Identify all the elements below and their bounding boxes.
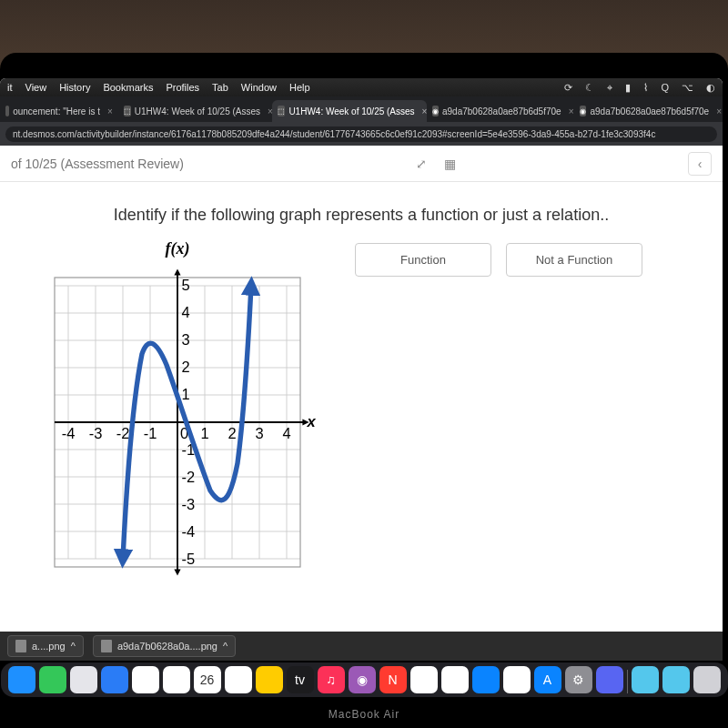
- close-icon[interactable]: ×: [107, 106, 113, 116]
- dock-app-folder1[interactable]: [632, 666, 659, 693]
- favicon-icon: [5, 106, 9, 116]
- graph-svg: -4-3-2-1 0 1234 54321 -1-2-3-4-5 x: [27, 258, 328, 586]
- file-icon: [15, 640, 26, 652]
- dock-app-chrome[interactable]: [503, 666, 531, 693]
- answer-not-function-button[interactable]: Not a Function: [506, 243, 642, 277]
- svg-text:5: 5: [182, 277, 190, 293]
- dock-app-keynote[interactable]: [472, 666, 500, 693]
- close-icon[interactable]: ×: [268, 106, 272, 116]
- dock-app-finder[interactable]: [8, 666, 35, 693]
- wifi-icon[interactable]: ⌇: [643, 82, 648, 94]
- answer-group: Function Not a Function: [355, 243, 642, 277]
- mac-menubar: it View History Bookmarks Profiles Tab W…: [0, 78, 723, 96]
- dock-app-photos[interactable]: [163, 666, 190, 693]
- control-center-icon[interactable]: ⌥: [682, 82, 693, 94]
- svg-text:-3: -3: [89, 425, 103, 441]
- dock-app-podcasts[interactable]: ◉: [349, 666, 376, 693]
- menu-item[interactable]: Window: [241, 82, 277, 93]
- graph: f(x): [27, 239, 328, 586]
- menu-item[interactable]: Tab: [212, 82, 228, 93]
- download-item[interactable]: a....png^: [7, 635, 84, 657]
- menu-item[interactable]: Bookmarks: [103, 82, 153, 93]
- svg-text:-2: -2: [182, 469, 196, 485]
- file-icon: [101, 640, 112, 652]
- favicon-icon: ◉: [432, 106, 439, 116]
- dock-app-news[interactable]: N: [379, 666, 407, 693]
- screen: it View History Bookmarks Profiles Tab W…: [0, 78, 723, 661]
- back-button[interactable]: ‹: [688, 152, 712, 176]
- dock-app-reminders[interactable]: [225, 666, 252, 693]
- moon-icon[interactable]: ☾: [585, 82, 594, 94]
- sync-icon[interactable]: ⟳: [564, 82, 572, 94]
- address-bar: nt.desmos.com/activitybuilder/instance/6…: [0, 122, 723, 146]
- dock-app-calendar[interactable]: 26: [194, 666, 221, 693]
- dock-app-settings[interactable]: ⚙: [565, 666, 592, 693]
- siri-icon[interactable]: ◐: [706, 82, 715, 94]
- dock-app-music[interactable]: ♫: [318, 666, 345, 693]
- svg-text:2: 2: [182, 359, 190, 375]
- bluetooth-icon[interactable]: ⌖: [607, 82, 612, 94]
- svg-text:4: 4: [282, 425, 290, 441]
- question-text: Identify if the following graph represen…: [27, 206, 695, 225]
- favicon-icon: ⬚: [278, 106, 285, 116]
- laptop-frame: it View History Bookmarks Profiles Tab W…: [0, 53, 728, 728]
- answer-function-button[interactable]: Function: [355, 243, 491, 277]
- browser-tabstrip: ouncement: "Here is t× ⬚U1HW4: Week of 1…: [0, 96, 723, 122]
- dock-app-discord[interactable]: [596, 666, 623, 693]
- browser-tab[interactable]: ◉a9da7b0628a0ae87b6d5f70e×: [574, 100, 723, 122]
- dock-app-mail[interactable]: [101, 666, 128, 693]
- dock-app-notes[interactable]: [256, 666, 283, 693]
- url-field[interactable]: nt.desmos.com/activitybuilder/instance/6…: [5, 126, 717, 142]
- activity-header: of 10/25 (Assessment Review) ⤢ ▦ ‹: [0, 146, 723, 182]
- calculator-icon[interactable]: ▦: [439, 152, 462, 176]
- dock: 26tv♫◉NA⚙: [1, 662, 728, 697]
- menu-item[interactable]: View: [25, 82, 47, 93]
- svg-text:-3: -3: [182, 496, 196, 512]
- menu-item[interactable]: it: [7, 82, 13, 93]
- dock-app-appletv[interactable]: tv: [287, 666, 314, 693]
- laptop-label: MacBook Air: [0, 708, 728, 721]
- close-icon[interactable]: ×: [422, 106, 427, 116]
- battery-icon[interactable]: ▮: [625, 82, 631, 94]
- svg-text:2: 2: [228, 425, 236, 441]
- download-item[interactable]: a9da7b0628a0a....png^: [93, 635, 236, 657]
- browser-tab-active[interactable]: ⬚U1HW4: Week of 10/25 (Asses×: [272, 100, 427, 122]
- svg-text:-4: -4: [182, 523, 196, 540]
- svg-text:1: 1: [200, 425, 208, 441]
- dock-app-messages[interactable]: [39, 666, 66, 693]
- svg-text:3: 3: [255, 425, 263, 441]
- chevron-up-icon[interactable]: ^: [71, 641, 76, 652]
- dock-app-maps[interactable]: [132, 666, 159, 693]
- svg-text:3: 3: [182, 331, 190, 348]
- menu-item[interactable]: Profiles: [166, 82, 199, 93]
- search-icon[interactable]: Q: [661, 82, 669, 93]
- browser-tab[interactable]: ouncement: "Here is t×: [0, 100, 118, 122]
- dock-app-safari[interactable]: [70, 666, 97, 693]
- favicon-icon: ◉: [580, 106, 586, 116]
- dock-app-pages[interactable]: [441, 666, 469, 693]
- svg-text:-1: -1: [144, 425, 157, 441]
- browser-tab[interactable]: ◉a9da7b0628a0ae87b6d5f70e×: [427, 100, 575, 122]
- svg-text:x: x: [306, 413, 316, 430]
- activity-title: of 10/25 (Assessment Review): [11, 157, 184, 171]
- dock-container: 26tv♫◉NA⚙: [0, 662, 728, 697]
- downloads-bar: a....png^ a9da7b0628a0a....png^: [0, 632, 723, 661]
- dock-app-appstore[interactable]: A: [534, 666, 561, 693]
- browser-tab[interactable]: ⬚U1HW4: Week of 10/25 (Asses×: [118, 100, 273, 122]
- svg-text:-4: -4: [62, 425, 76, 441]
- close-icon[interactable]: ×: [569, 106, 574, 116]
- favicon-icon: ⬚: [124, 106, 131, 116]
- dock-app-trash[interactable]: [693, 666, 721, 693]
- fullscreen-icon[interactable]: ⤢: [410, 152, 433, 176]
- chevron-up-icon[interactable]: ^: [223, 641, 228, 652]
- menu-item[interactable]: History: [59, 82, 90, 93]
- svg-text:-2: -2: [116, 425, 130, 441]
- dock-app-sep: [627, 670, 628, 693]
- svg-text:1: 1: [182, 386, 190, 402]
- close-icon[interactable]: ×: [716, 106, 722, 116]
- dock-app-numbers[interactable]: [410, 666, 438, 693]
- svg-text:4: 4: [182, 304, 190, 320]
- menu-item[interactable]: Help: [289, 82, 310, 93]
- y-axis-label: f(x): [27, 239, 328, 258]
- dock-app-folder2[interactable]: [662, 666, 690, 693]
